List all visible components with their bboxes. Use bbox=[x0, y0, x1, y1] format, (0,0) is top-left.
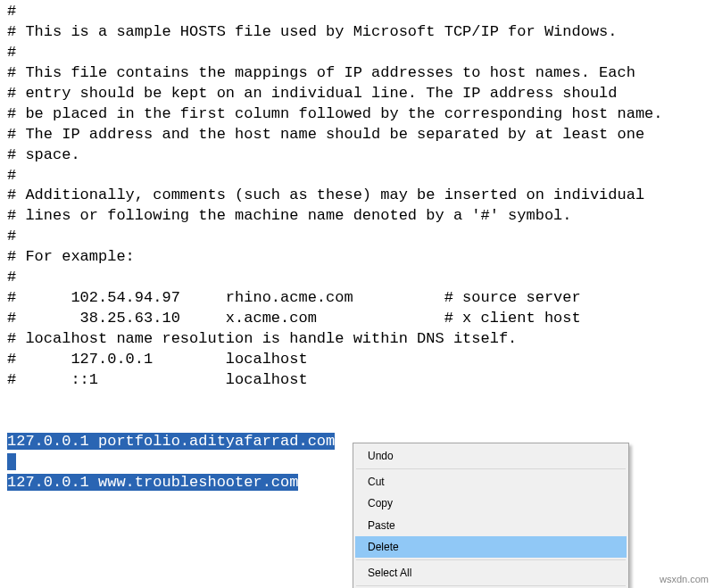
editor-line bbox=[7, 411, 714, 432]
editor-line: # be placed in the first column followed… bbox=[7, 104, 714, 125]
editor-line: # This is a sample HOSTS file used by Mi… bbox=[7, 22, 714, 43]
editor-line: # bbox=[7, 2, 714, 22]
menu-separator bbox=[356, 468, 626, 469]
menu-item-select-all[interactable]: Select All bbox=[355, 562, 627, 584]
editor-line: # entry should be kept on an individual … bbox=[7, 84, 714, 104]
editor-line: # Additionally, comments (such as these)… bbox=[7, 186, 714, 206]
editor-line: # For example: bbox=[7, 247, 714, 268]
editor-line: # This file contains the mappings of IP … bbox=[7, 63, 714, 84]
editor-line: # space. bbox=[7, 145, 714, 166]
context-menu: UndoCutCopyPasteDeleteSelect AllRight to… bbox=[353, 443, 629, 588]
editor-line: # 127.0.0.1 localhost bbox=[7, 350, 714, 370]
menu-item-label: Cut bbox=[368, 476, 385, 488]
editor-line: # localhost name resolution is handle wi… bbox=[7, 329, 714, 350]
editor-line: # bbox=[7, 166, 714, 186]
menu-item-undo[interactable]: Undo bbox=[355, 445, 627, 467]
menu-item-label: Copy bbox=[368, 497, 393, 509]
menu-separator bbox=[356, 585, 626, 586]
editor-line: # bbox=[7, 43, 714, 63]
watermark: wsxdn.com bbox=[660, 573, 709, 586]
menu-item-label: Delete bbox=[368, 541, 399, 553]
menu-separator bbox=[356, 559, 626, 560]
menu-item-delete[interactable]: Delete bbox=[355, 536, 627, 558]
menu-item-label: Undo bbox=[368, 450, 394, 462]
menu-item-label: Paste bbox=[368, 519, 395, 532]
editor-line: # The IP address and the host name shoul… bbox=[7, 125, 714, 145]
menu-item-paste[interactable]: Paste bbox=[355, 515, 627, 536]
editor-line: # bbox=[7, 227, 714, 247]
editor-line: # lines or following the machine name de… bbox=[7, 206, 714, 227]
menu-item-copy[interactable]: Copy bbox=[355, 493, 627, 514]
editor-line: # bbox=[7, 268, 714, 288]
menu-item-cut[interactable]: Cut bbox=[355, 471, 627, 493]
menu-item-label: Select All bbox=[368, 567, 411, 579]
hosts-file-editor[interactable]: ## This is a sample HOSTS file used by M… bbox=[0, 2, 714, 493]
editor-line: # ::1 localhost bbox=[7, 370, 714, 391]
editor-line: # 102.54.94.97 rhino.acme.com # source s… bbox=[7, 288, 714, 309]
editor-line: # 38.25.63.10 x.acme.com # x client host bbox=[7, 309, 714, 329]
editor-line bbox=[7, 391, 714, 411]
